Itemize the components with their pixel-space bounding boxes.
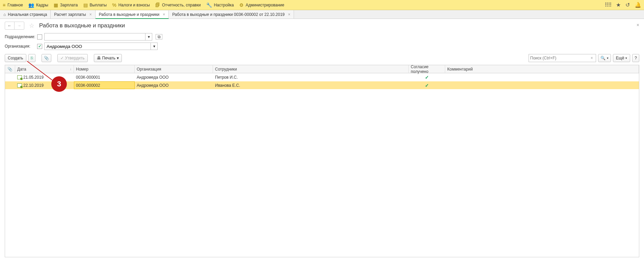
cell-value: 00ЗК-000002 <box>76 83 100 88</box>
table-icon: ▦ <box>54 2 58 8</box>
col-comment[interactable]: Комментарий <box>445 65 639 73</box>
paperclip-icon: 📎 <box>7 67 12 72</box>
print-button[interactable]: 🖶Печать▾ <box>94 54 122 62</box>
dropdown-icon[interactable]: ▾ <box>145 33 152 41</box>
menu-item-salary[interactable]: ▦Зарплата <box>54 2 78 8</box>
annotation-badge: 3 <box>51 76 67 92</box>
attach-button[interactable]: 📎 <box>42 54 51 62</box>
organization-select[interactable]: ▾ <box>44 43 158 50</box>
clear-search-icon[interactable]: × <box>589 56 594 60</box>
nav-forward-button[interactable]: → <box>15 22 24 29</box>
menu-item-main[interactable]: ≡Главное <box>3 2 23 8</box>
toolbar: Создать ⎘ 📎 ✓Утвердить 🖶Печать▾ × 🔍▾ Ещё… <box>0 53 644 65</box>
col-number[interactable]: Номер <box>74 65 135 73</box>
main-menu: ≡Главное 👥Кадры ▦Зарплата ▤Выплаты %Нало… <box>0 0 644 10</box>
department-checkbox[interactable] <box>37 34 42 40</box>
col-consent[interactable]: Согласие получено <box>409 65 445 73</box>
cell-org: Андромеда ООО <box>135 73 213 81</box>
tab-home[interactable]: ⌂Начальная страница <box>0 10 51 19</box>
more-button[interactable]: Ещё▾ <box>613 54 630 62</box>
cell-value: 21.05.2019 <box>23 75 44 80</box>
tab-label: Расчет зарплаты <box>54 12 86 17</box>
table-row[interactable]: 22.10.2019 00ЗК-000002 Андромеда ООО Ива… <box>5 81 639 89</box>
col-employees[interactable]: Сотрудники <box>213 65 409 73</box>
filters: Подразделение: ▾ ⧉ Организация: ▾ <box>0 32 644 53</box>
document-icon: 🗐 <box>155 2 160 8</box>
menu-item-settings[interactable]: 🔧Настройка <box>206 2 234 8</box>
col-organization[interactable]: Организация <box>135 65 213 73</box>
col-label: Комментарий <box>447 67 473 72</box>
main-menu-right: ⠿⠿ ★ ↺ 🔔 <box>605 2 641 8</box>
people-icon: 👥 <box>28 2 34 8</box>
cell-attachment <box>5 81 15 89</box>
percent-icon: % <box>112 2 116 8</box>
history-icon[interactable]: ↺ <box>625 2 630 8</box>
menu-item-reports[interactable]: 🗐Отчетность, справки <box>155 2 201 8</box>
cell-consent: ✓ <box>409 81 445 89</box>
cell-value: 22.10.2019 <box>23 83 44 88</box>
menu-item-payments[interactable]: ▤Выплаты <box>83 2 107 8</box>
help-button[interactable]: ? <box>632 54 639 62</box>
department-input[interactable] <box>44 33 145 41</box>
approve-button[interactable]: ✓Утвердить <box>57 54 88 62</box>
col-date[interactable]: Дата↓ <box>15 65 74 73</box>
favorite-star-icon[interactable]: ☆ <box>29 22 34 29</box>
tab-salary-calc[interactable]: Расчет зарплаты× <box>51 10 95 19</box>
cell-org: Андромеда ООО <box>135 81 213 89</box>
menu-label: Отчетность, справки <box>162 3 201 7</box>
dropdown-icon[interactable]: ▾ <box>151 43 158 50</box>
open-dialog-button[interactable]: ⧉ <box>156 34 162 40</box>
tab-holidays-doc[interactable]: Работа в выходные и праздники 00ЗК-00000… <box>169 10 294 19</box>
star-icon[interactable]: ★ <box>616 2 621 8</box>
annotation-label: 3 <box>57 80 61 88</box>
department-select[interactable]: ▾ <box>44 33 152 41</box>
documents-grid: 📎 Дата↓ Номер Организация Сотрудники Сог… <box>5 65 639 257</box>
search-input[interactable] <box>530 56 589 60</box>
close-icon[interactable]: × <box>163 12 165 17</box>
cell-consent: ✓ <box>409 73 445 81</box>
cell-value: Петров И.С. <box>215 75 238 80</box>
wrench-icon: 🔧 <box>206 2 212 8</box>
close-icon[interactable]: × <box>89 12 92 17</box>
cell-value: Иванова Е.С. <box>215 83 240 88</box>
page-title: Работа в выходные и праздники <box>39 22 125 29</box>
cell-comment <box>445 81 639 89</box>
tab-label: Начальная страница <box>8 12 47 17</box>
organization-input[interactable] <box>44 43 151 50</box>
grid-header: 📎 Дата↓ Номер Организация Сотрудники Сог… <box>5 65 639 73</box>
menu-label: Администрирование <box>246 3 284 7</box>
organization-checkbox[interactable] <box>37 44 42 49</box>
filter-label: Организация: <box>5 44 35 49</box>
filter-organization: Организация: ▾ <box>5 43 639 50</box>
search-menu-button[interactable]: 🔍▾ <box>598 54 611 62</box>
col-attachment[interactable]: 📎 <box>5 65 15 73</box>
tab-holidays-work[interactable]: Работа в выходные и праздники× <box>96 10 169 19</box>
col-label: Организация <box>137 67 161 72</box>
table-row[interactable]: 21.05.2019 00ЗК-000001 Андромеда ООО Пет… <box>5 73 639 81</box>
grid-body: 21.05.2019 00ЗК-000001 Андромеда ООО Пет… <box>5 73 639 89</box>
button-label: Утвердить <box>65 56 85 60</box>
menu-label: Кадры <box>36 3 48 7</box>
check-icon: ✓ <box>425 75 429 80</box>
menu-label: Главное <box>7 3 23 7</box>
col-label: Сотрудники <box>215 67 237 72</box>
bell-icon[interactable]: 🔔 <box>635 2 641 8</box>
nav-back-button[interactable]: ← <box>5 22 15 29</box>
cell-emp: Петров И.С. <box>213 73 409 81</box>
apps-icon[interactable]: ⠿⠿ <box>605 2 611 8</box>
search-box[interactable]: × <box>529 54 596 62</box>
menu-label: Налоги и взносы <box>118 3 150 7</box>
main-menu-left: ≡Главное 👥Кадры ▦Зарплата ▤Выплаты %Нало… <box>3 2 284 8</box>
cell-value: 00ЗК-000001 <box>76 75 100 80</box>
menu-item-taxes[interactable]: %Налоги и взносы <box>112 2 150 8</box>
menu-item-admin[interactable]: ⚙Администрирование <box>239 2 284 8</box>
menu-item-staff[interactable]: 👥Кадры <box>28 2 48 8</box>
create-button[interactable]: Создать <box>5 54 26 62</box>
cell-emp: Иванова Е.С. <box>213 81 409 89</box>
close-icon[interactable]: × <box>288 12 290 17</box>
tab-label: Работа в выходные и праздники <box>99 12 159 17</box>
menu-icon: ≡ <box>3 2 5 8</box>
filter-label: Подразделение: <box>5 34 35 39</box>
page-close-icon[interactable]: × <box>637 22 639 28</box>
copy-button[interactable]: ⎘ <box>28 54 35 62</box>
